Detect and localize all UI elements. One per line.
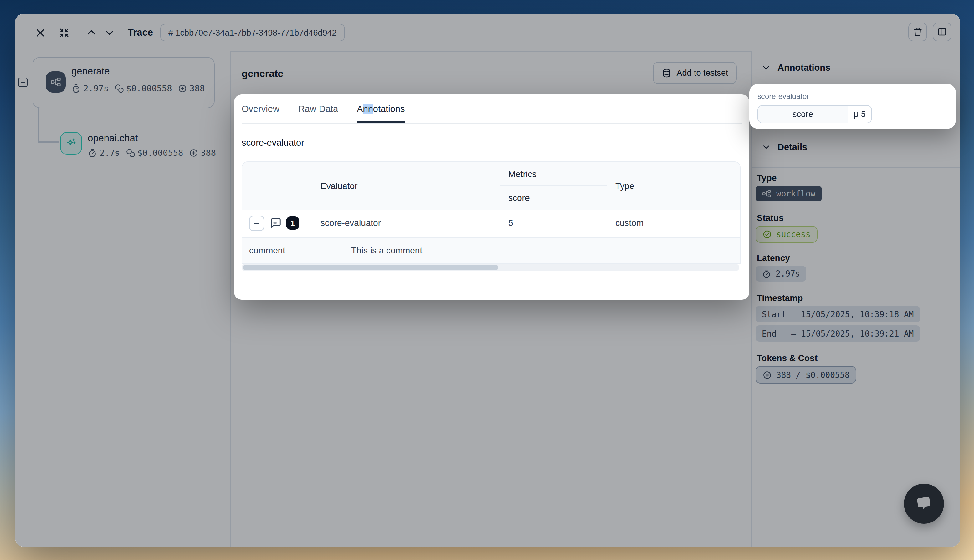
divider bbox=[607, 210, 607, 237]
column-subheader-score: score bbox=[508, 193, 530, 203]
table-header: Evaluator Metrics score Type bbox=[242, 162, 740, 210]
comment-icon[interactable] bbox=[270, 217, 282, 229]
comment-row: comment This is a comment bbox=[242, 237, 740, 264]
cell-score: 5 bbox=[508, 218, 513, 228]
minus-icon bbox=[253, 220, 260, 227]
evaluator-name-label: score-evaluator bbox=[757, 92, 809, 101]
scrollbar-thumb[interactable] bbox=[243, 265, 498, 270]
table-row: 1 score-evaluator 5 custom bbox=[242, 210, 740, 237]
comment-key: comment bbox=[249, 245, 285, 255]
metric-mean-segment[interactable]: μ 5 bbox=[848, 106, 871, 123]
cell-evaluator: score-evaluator bbox=[320, 218, 381, 228]
screen: Trace # 1cbb70e7-34a1-7bb7-3498-771b7d46… bbox=[0, 0, 974, 560]
column-header-evaluator: Evaluator bbox=[320, 181, 357, 191]
divider bbox=[500, 210, 500, 237]
tab-overview[interactable]: Overview bbox=[242, 95, 280, 123]
divider bbox=[500, 185, 607, 186]
metric-name-segment[interactable]: score bbox=[758, 106, 848, 123]
evaluator-heading: score-evaluator bbox=[242, 138, 304, 148]
metric-pill: score μ 5 bbox=[757, 105, 872, 123]
divider bbox=[312, 162, 312, 210]
divider bbox=[312, 210, 312, 237]
tab-raw-data[interactable]: Raw Data bbox=[298, 95, 338, 123]
score-evaluator-card: score-evaluator score μ 5 bbox=[749, 84, 956, 129]
collapse-row-button[interactable] bbox=[249, 216, 264, 231]
annotations-popover: Overview Raw Data Annotations score-eval… bbox=[234, 95, 749, 300]
annotations-table: Evaluator Metrics score Type 1 score-eva… bbox=[242, 162, 741, 264]
column-header-type: Type bbox=[615, 181, 634, 191]
text-selection: nn bbox=[363, 103, 373, 113]
horizontal-scrollbar bbox=[242, 264, 739, 271]
cell-type: custom bbox=[615, 218, 644, 228]
comment-value: This is a comment bbox=[351, 245, 422, 255]
tab-bar: Overview Raw Data Annotations bbox=[242, 95, 742, 124]
divider bbox=[344, 238, 344, 264]
column-header-metrics: Metrics bbox=[508, 169, 537, 179]
divider bbox=[500, 162, 500, 210]
comment-count-badge[interactable]: 1 bbox=[286, 217, 299, 230]
tab-annotations[interactable]: Annotations bbox=[357, 95, 405, 123]
divider bbox=[607, 162, 607, 210]
